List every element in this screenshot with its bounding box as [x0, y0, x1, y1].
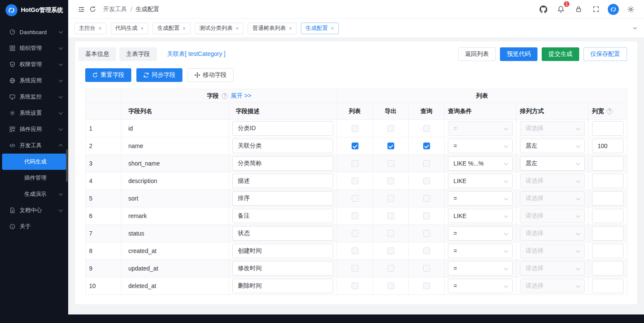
preview-code-button[interactable]: 预览代码 — [500, 47, 537, 61]
sidebar-item[interactable]: 关于 — [0, 218, 68, 235]
width-input[interactable] — [592, 139, 624, 153]
query-condition-select[interactable]: = — [448, 191, 513, 206]
field-desc-input[interactable] — [232, 191, 333, 206]
export-checkbox[interactable] — [387, 282, 394, 289]
export-checkbox[interactable] — [387, 195, 394, 202]
field-desc-input[interactable] — [232, 261, 333, 276]
query-checkbox[interactable] — [423, 160, 430, 167]
query-checkbox[interactable] — [423, 212, 430, 219]
align-select[interactable]: 居左 — [520, 139, 585, 153]
query-condition-select[interactable]: LIKE — [448, 174, 513, 188]
align-select[interactable]: 请选择 — [520, 209, 585, 223]
sidebar-item[interactable]: 开发工具 — [0, 137, 68, 154]
width-input[interactable] — [592, 174, 624, 188]
user-avatar[interactable] — [608, 4, 619, 15]
submit-generate-button[interactable]: 提交生成 — [542, 47, 579, 61]
query-condition-select[interactable]: = — [448, 279, 513, 293]
config-tab[interactable]: 基本信息 — [78, 47, 116, 61]
query-checkbox[interactable] — [423, 282, 430, 289]
query-condition-select[interactable]: = — [448, 226, 513, 241]
query-checkbox[interactable] — [423, 230, 430, 237]
list-checkbox[interactable] — [352, 125, 358, 132]
github-icon[interactable] — [538, 4, 549, 15]
width-input[interactable] — [592, 261, 624, 276]
export-checkbox[interactable] — [387, 230, 394, 237]
sidebar-item[interactable]: 系统监控 — [0, 89, 68, 105]
expand-link[interactable]: 展开 >> — [231, 92, 251, 100]
list-checkbox[interactable] — [352, 195, 358, 202]
back-to-list-button[interactable]: 返回列表 — [458, 47, 496, 61]
width-input[interactable] — [592, 156, 624, 171]
notifications[interactable]: 1 — [555, 4, 566, 15]
align-select[interactable]: 请选择 — [520, 174, 585, 188]
query-checkbox[interactable] — [423, 265, 430, 272]
list-checkbox[interactable] — [352, 230, 358, 237]
sidebar-subitem[interactable]: 生成演示 — [0, 186, 68, 202]
move-fields-button[interactable]: 移动字段 — [188, 68, 234, 82]
tab-close-icon[interactable]: × — [236, 26, 239, 31]
field-desc-input[interactable] — [232, 279, 333, 293]
align-select[interactable]: 请选择 — [520, 226, 585, 241]
tab-close-icon[interactable]: × — [331, 26, 334, 31]
list-checkbox[interactable] — [352, 265, 358, 272]
sidebar-subitem[interactable]: 代码生成 — [2, 154, 66, 170]
field-desc-input[interactable] — [232, 174, 333, 188]
export-checkbox[interactable] — [387, 212, 394, 219]
list-checkbox[interactable] — [352, 247, 358, 254]
field-desc-input[interactable] — [232, 226, 333, 241]
align-select[interactable]: 请选择 — [520, 244, 585, 258]
export-checkbox[interactable] — [387, 265, 394, 272]
list-checkbox[interactable] — [352, 282, 358, 289]
settings-gear-icon[interactable] — [625, 4, 636, 15]
tab-chip[interactable]: 普通树表列表× — [248, 23, 297, 34]
sidebar-item[interactable]: Dashboard — [0, 24, 68, 40]
reset-fields-button[interactable]: 重置字段 — [85, 68, 131, 82]
field-desc-input[interactable] — [232, 121, 333, 136]
sidebar-item[interactable]: 插件应用 — [0, 121, 68, 137]
config-tab[interactable]: 主表字段 — [119, 47, 157, 61]
field-help-icon[interactable] — [222, 93, 228, 99]
lock-icon[interactable] — [573, 4, 584, 15]
tab-chip[interactable]: 生成配置× — [153, 23, 191, 34]
query-checkbox[interactable] — [423, 195, 430, 202]
config-tab[interactable]: 关联表[ testCategory ] — [160, 47, 232, 61]
width-input[interactable] — [592, 226, 624, 241]
query-checkbox[interactable] — [423, 143, 430, 149]
query-condition-select[interactable]: = — [448, 244, 513, 258]
query-checkbox[interactable] — [423, 178, 430, 184]
export-checkbox[interactable] — [387, 125, 394, 132]
collapse-sidebar-icon[interactable] — [76, 4, 87, 15]
refresh-icon[interactable] — [87, 4, 98, 15]
export-checkbox[interactable] — [387, 247, 394, 254]
tab-close-icon[interactable]: × — [98, 26, 102, 31]
tab-close-icon[interactable]: × — [182, 26, 186, 31]
field-desc-input[interactable] — [232, 244, 333, 258]
save-config-button[interactable]: 仅保存配置 — [583, 47, 627, 61]
tab-chip[interactable]: 生成配置× — [301, 23, 339, 34]
logo-row[interactable]: HotGo管理系统 — [0, 0, 68, 20]
query-checkbox[interactable] — [423, 125, 430, 132]
width-input[interactable] — [592, 244, 624, 258]
tab-close-icon[interactable]: × — [289, 26, 292, 31]
fullscreen-icon[interactable] — [590, 4, 601, 15]
breadcrumb-item[interactable]: 开发工具 — [103, 6, 127, 13]
align-select[interactable]: 居左 — [520, 156, 585, 171]
export-checkbox[interactable] — [387, 178, 394, 184]
tab-chip[interactable]: 主控台× — [74, 23, 107, 34]
query-condition-select[interactable]: = — [448, 121, 513, 136]
export-checkbox[interactable] — [387, 160, 394, 167]
tab-chip[interactable]: 测试分类列表× — [195, 23, 244, 34]
query-condition-select[interactable]: = — [448, 261, 513, 276]
query-condition-select[interactable]: = — [448, 139, 513, 153]
sidebar-item[interactable]: 权限管理 — [0, 56, 68, 73]
width-help-icon[interactable] — [606, 108, 612, 114]
sidebar-item[interactable]: 系统设置 — [0, 105, 68, 121]
tab-close-icon[interactable]: × — [141, 26, 144, 31]
width-input[interactable] — [592, 279, 624, 293]
tab-chip[interactable]: 代码生成× — [111, 23, 149, 34]
sync-fields-button[interactable]: 同步字段 — [136, 68, 182, 82]
list-checkbox[interactable] — [352, 160, 358, 167]
align-select[interactable]: 请选择 — [520, 191, 585, 206]
width-input[interactable] — [592, 191, 624, 206]
sidebar-item[interactable]: 系统应用 — [0, 73, 68, 89]
